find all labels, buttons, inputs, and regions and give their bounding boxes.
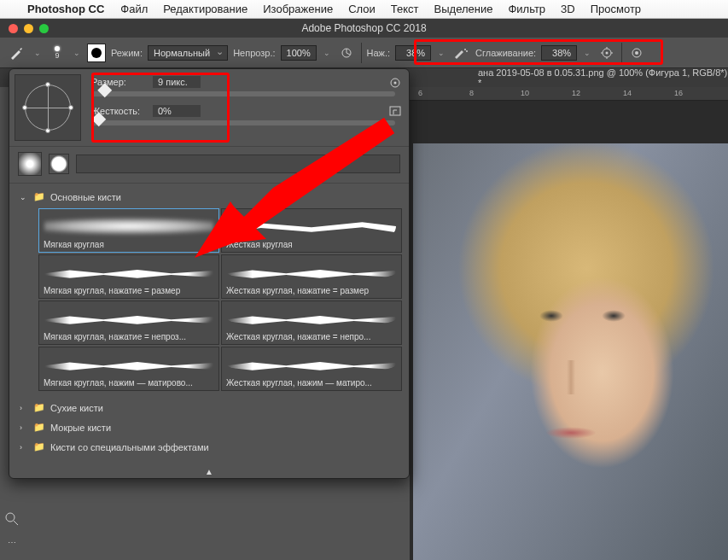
svg-point-5 (606, 51, 609, 54)
size-slider[interactable] (91, 91, 395, 96)
new-preset-icon[interactable] (388, 105, 402, 119)
brush-folder-wet[interactable]: › 📁 Мокрые кисти (15, 417, 404, 437)
macos-menubar: Photoshop CC Файл Редактирование Изображ… (0, 0, 728, 19)
close-window-button[interactable] (9, 24, 18, 33)
svg-point-7 (635, 51, 638, 55)
flow-input[interactable]: 38% (395, 45, 431, 61)
hardness-slider[interactable] (91, 120, 395, 125)
brush-label: Мягкая круглая, нажатие = размер (39, 283, 218, 298)
document-canvas[interactable] (410, 101, 728, 560)
folder-icon: 📁 (33, 441, 45, 452)
menu-filter[interactable]: Фильтр (500, 3, 553, 15)
brush-folder-fx[interactable]: › 📁 Кисти со специальными эффектами (15, 437, 404, 457)
svg-point-2 (464, 49, 466, 50)
svg-point-9 (394, 82, 397, 85)
zoom-tool-icon[interactable] (5, 512, 19, 529)
brush-list: ⌄ 📁 Основные кисти Мягкая круглая Жестка… (9, 184, 409, 465)
smoothing-options-icon[interactable] (597, 44, 616, 62)
menu-file[interactable]: Файл (113, 3, 155, 15)
airbrush-icon[interactable] (451, 44, 470, 62)
brush-panel-toggle[interactable] (87, 44, 106, 62)
brush-tool-icon[interactable] (5, 42, 27, 64)
smoothing-label: Сглаживание: (475, 48, 536, 58)
menu-3d[interactable]: 3D (553, 3, 583, 15)
brush-soft-round-pressure-opacity[interactable]: Мягкая круглая, нажатие = непроз... (38, 300, 219, 345)
app-name[interactable]: Photoshop CC (19, 3, 113, 15)
ruler-tick: 10 (521, 89, 529, 97)
brush-size-indicator: 9 (55, 51, 59, 60)
ruler-tick: 8 (469, 89, 474, 97)
ruler-tick: 6 (418, 89, 422, 97)
flow-dropdown-icon[interactable]: ⌄ (436, 49, 446, 57)
brush-preset-panel: Размер: 9 пикс. Жесткость: 0% ⌄ (9, 68, 410, 479)
brush-hard-round-matte[interactable]: Жесткая круглая, нажим — матиро... (221, 347, 402, 391)
horizontal-ruler: 6 8 10 12 14 16 (410, 87, 728, 101)
brush-label: Жесткая круглая, нажим — матиро... (222, 376, 401, 390)
recent-brush-stroke[interactable] (76, 155, 400, 173)
brush-tip-preview[interactable] (15, 74, 81, 141)
brush-label: Мягкая круглая, нажим — матирово... (39, 376, 218, 390)
folder-label: Сухие кисти (50, 403, 103, 413)
chevron-right-icon: › (20, 404, 28, 412)
brush-hard-round[interactable]: Жесткая круглая (221, 208, 402, 253)
recent-brush-thumb[interactable] (18, 152, 42, 176)
brush-preset-picker[interactable]: 9 (48, 42, 67, 64)
brush-folder-main[interactable]: ⌄ 📁 Основные кисти (15, 187, 404, 207)
chevron-down-icon: ⌄ (20, 193, 28, 201)
zoom-window-button[interactable] (39, 24, 49, 33)
divider (361, 43, 362, 63)
smoothing-dropdown-icon[interactable]: ⌄ (582, 49, 592, 57)
opacity-input[interactable]: 100% (281, 45, 317, 61)
brush-label: Мягкая круглая (39, 237, 218, 252)
folder-icon: 📁 (33, 402, 45, 413)
brush-folder-dry[interactable]: › 📁 Сухие кисти (15, 398, 404, 417)
brush-soft-round-pressure-size[interactable]: Мягкая круглая, нажатие = размер (38, 254, 219, 299)
recent-brushes-row (9, 146, 409, 184)
folder-label: Основные кисти (50, 192, 121, 202)
pressure-size-icon[interactable] (627, 44, 646, 62)
brush-preset-dropdown-icon[interactable]: ⌄ (72, 49, 82, 57)
minimize-window-button[interactable] (24, 24, 33, 33)
brush-label: Жесткая круглая (222, 237, 401, 252)
divider (621, 43, 622, 63)
folder-label: Мокрые кисти (50, 423, 111, 433)
menu-view[interactable]: Просмотр (583, 3, 649, 15)
smoothing-input[interactable]: 38% (541, 45, 577, 61)
panel-settings-icon[interactable] (388, 76, 402, 91)
ruler-tick: 16 (674, 89, 683, 97)
brush-label: Жесткая круглая, нажатие = размер (222, 283, 401, 298)
hardness-value[interactable]: 0% (153, 105, 201, 117)
tool-preset-dropdown-icon[interactable]: ⌄ (32, 49, 43, 57)
menu-layers[interactable]: Слои (341, 3, 383, 15)
size-value[interactable]: 9 пикс. (153, 76, 201, 88)
recent-brush-thumb[interactable] (49, 154, 69, 174)
document-tab-title: ана 2019-05-08 в 0.05.31.png @ 100% (Фиг… (478, 67, 728, 88)
ruler-tick: 14 (623, 89, 632, 97)
menu-edit[interactable]: Редактирование (155, 3, 255, 15)
edit-toolbar-icon[interactable]: ⋯ (8, 538, 16, 547)
opacity-dropdown-icon[interactable]: ⌄ (322, 49, 332, 57)
window-titlebar: Adobe Photoshop CC 2018 (0, 19, 728, 38)
pressure-opacity-icon[interactable] (337, 44, 356, 62)
brush-hard-round-pressure-opacity[interactable]: Жесткая круглая, нажатие = непро... (221, 300, 402, 345)
brush-soft-round-matte[interactable]: Мягкая круглая, нажим — матирово... (38, 347, 219, 391)
folder-label: Кисти со специальными эффектами (50, 442, 209, 452)
brush-soft-round[interactable]: Мягкая круглая (38, 208, 219, 253)
flow-label: Наж.: (367, 48, 391, 58)
svg-point-3 (466, 50, 468, 52)
panel-resize-handle[interactable]: ▲ (9, 465, 409, 478)
brush-hard-round-pressure-size[interactable]: Жесткая круглая, нажатие = размер (221, 254, 402, 299)
mode-label: Режим: (111, 48, 143, 58)
folder-icon: 📁 (33, 422, 45, 433)
blend-mode-select[interactable]: Нормальный (148, 45, 228, 61)
menu-image[interactable]: Изображение (255, 3, 341, 15)
menu-select[interactable]: Выделение (427, 3, 501, 15)
brush-label: Мягкая круглая, нажатие = непроз... (39, 330, 218, 344)
ruler-tick: 12 (572, 89, 580, 97)
menu-text[interactable]: Текст (383, 3, 427, 15)
canvas-image (413, 143, 728, 560)
left-toolbar-partial: ⋯ (0, 512, 24, 547)
chevron-right-icon: › (20, 423, 28, 432)
options-bar: ⌄ 9 ⌄ Режим: Нормальный Непрозр.: 100% ⌄… (0, 38, 728, 68)
window-title: Adobe Photoshop CC 2018 (301, 22, 426, 34)
